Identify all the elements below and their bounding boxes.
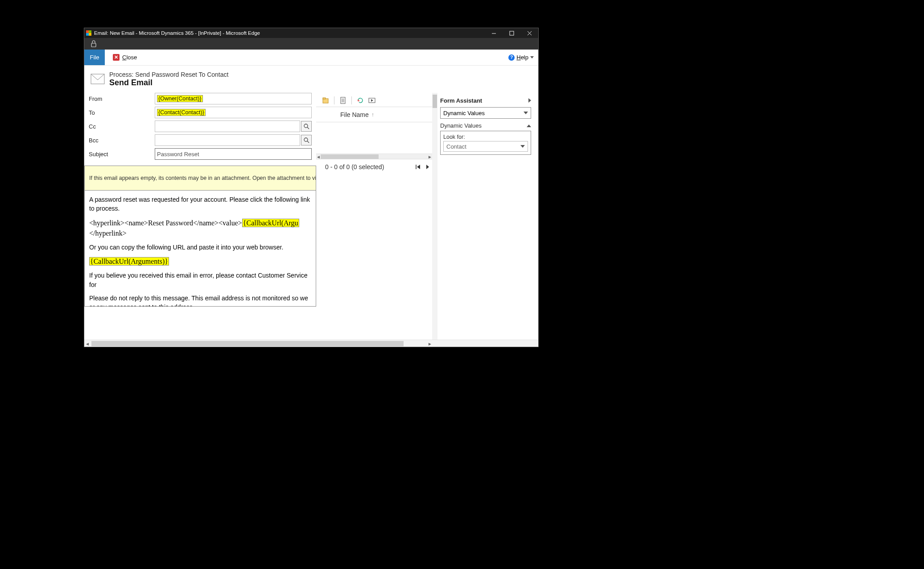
page-title: Send Email (109, 78, 228, 87)
close-window-button[interactable] (520, 28, 538, 38)
bcc-field[interactable] (155, 134, 300, 146)
maximize-button[interactable] (503, 28, 520, 38)
attachments-count-label: 0 - 0 of 0 (0 selected) (325, 163, 384, 170)
chevron-down-icon (524, 112, 528, 114)
scroll-left-icon: ◄ (84, 340, 91, 347)
close-form-button[interactable]: ✕ Close (113, 54, 137, 61)
help-menu-button[interactable]: ? Help (508, 50, 534, 65)
horizontal-scrollbar[interactable]: ◄ ► (84, 340, 538, 347)
section-title: Dynamic Values (440, 122, 482, 129)
cc-lookup-button[interactable] (301, 121, 312, 132)
minimize-button[interactable] (485, 28, 503, 38)
attachments-panel: File Name ↑ ◄ ► 0 - 0 of 0 (0 selected) (316, 94, 432, 340)
attachment-action-1-button[interactable] (337, 95, 349, 106)
to-label: To (89, 109, 155, 116)
body-paragraph: A password reset was requested for your … (89, 195, 311, 213)
help-icon: ? (508, 54, 515, 61)
attachments-toolbar (316, 94, 432, 107)
body-paragraph: If you believe you received this email i… (89, 271, 311, 289)
app-window: Email: New Email - Microsoft Dynamics 36… (84, 28, 539, 347)
sort-ascending-icon: ↑ (371, 112, 374, 118)
bcc-lookup-button[interactable] (301, 135, 312, 145)
body-hyperlink-line: <hyperlink><name>Reset Password</name><v… (89, 218, 311, 238)
body-paragraph: Or you can copy the following URL and pa… (89, 243, 311, 252)
attachments-list (316, 122, 432, 154)
window-title: Email: New Email - Microsoft Dynamics 36… (94, 30, 260, 36)
scroll-thumb[interactable] (91, 341, 404, 346)
dynamic-values-section-header[interactable]: Dynamic Values (440, 122, 531, 129)
subject-value: Password Reset (157, 151, 199, 158)
dynamics-logo-icon (86, 30, 91, 36)
attachment-play-button[interactable] (366, 95, 378, 106)
svg-rect-11 (323, 98, 326, 99)
to-token: {Contact(Contact)} (157, 109, 206, 116)
file-name-header-label: File Name (340, 111, 369, 118)
close-icon: ✕ (113, 54, 120, 61)
scroll-right-icon: ► (427, 340, 433, 347)
lookup-icon (303, 123, 309, 129)
form-assistant-header[interactable]: Form Assistant (440, 95, 531, 106)
email-body-editor[interactable]: A password reset was requested for your … (84, 191, 316, 307)
callback-url-token: {CallbackUrl(Arguments)} (89, 257, 169, 266)
body-url-line: {CallbackUrl(Arguments)} (89, 256, 311, 266)
subject-field[interactable]: Password Reset (155, 148, 312, 160)
titlebar: Email: New Email - Microsoft Dynamics 36… (84, 28, 538, 38)
scroll-thumb[interactable] (321, 154, 379, 159)
svg-line-7 (307, 127, 309, 129)
assistant-mode-select[interactable]: Dynamic Values (440, 107, 531, 119)
subject-label: Subject (89, 151, 155, 158)
svg-marker-19 (417, 165, 420, 169)
attachments-column-header[interactable]: File Name ↑ (316, 107, 432, 122)
look-for-value: Contact (446, 143, 466, 150)
look-for-label: Look for: (443, 134, 528, 140)
look-for-select[interactable]: Contact (443, 141, 528, 152)
form-assistant-panel: Form Assistant Dynamic Values Dynamic Va… (437, 93, 534, 340)
process-name: Process: Send Password Reset To Contact (109, 71, 228, 78)
vertical-scrollbar[interactable] (432, 93, 437, 340)
svg-line-9 (307, 141, 309, 143)
chevron-up-icon (527, 125, 531, 127)
first-page-button[interactable] (415, 159, 421, 174)
body-paragraph: Please do not reply to this message. Thi… (89, 294, 311, 307)
cc-label: Cc (89, 123, 155, 130)
chevron-down-icon (530, 56, 534, 58)
svg-marker-20 (426, 165, 429, 169)
assistant-mode-value: Dynamic Values (443, 110, 485, 116)
from-label: From (89, 96, 155, 102)
svg-point-6 (304, 124, 308, 128)
svg-marker-17 (371, 99, 373, 102)
attachments-horizontal-scrollbar[interactable]: ◄ ► (316, 154, 432, 159)
cc-field[interactable] (155, 120, 300, 132)
callback-url-token: {CallbackUrl(Argu (242, 219, 299, 227)
chevron-right-icon (528, 98, 531, 103)
security-bar (84, 38, 538, 50)
svg-rect-4 (91, 43, 96, 47)
lock-icon (91, 40, 97, 47)
email-icon (91, 74, 105, 84)
svg-point-8 (304, 138, 308, 141)
attachment-refresh-button[interactable] (355, 95, 366, 106)
next-page-button[interactable] (426, 159, 429, 174)
close-button-label: Close (122, 54, 137, 61)
attachment-notice: If this email appears empty, its content… (84, 166, 316, 191)
file-button-label: File (90, 54, 99, 61)
attachments-footer: 0 - 0 of 0 (0 selected) (316, 159, 432, 174)
from-token: {Owner(Contact)} (157, 95, 203, 102)
form-header: Process: Send Password Reset To Contact … (84, 66, 538, 93)
email-form: From {Owner(Contact)} To {Contact(Contac… (84, 93, 316, 340)
from-field[interactable]: {Owner(Contact)} (155, 93, 312, 104)
lookup-icon (303, 137, 309, 143)
help-button-label: Help (516, 54, 528, 61)
file-menu-button[interactable]: File (84, 50, 105, 65)
new-attachment-button[interactable] (320, 95, 331, 106)
to-field[interactable]: {Contact(Contact)} (155, 107, 312, 118)
form-assistant-title: Form Assistant (440, 97, 482, 104)
scroll-thumb[interactable] (433, 95, 437, 108)
command-bar: File ✕ Close ? Help (84, 50, 538, 66)
notice-text: If this email appears empty, its content… (89, 175, 316, 181)
chevron-down-icon (520, 145, 525, 148)
bcc-label: Bcc (89, 137, 155, 144)
svg-rect-1 (510, 31, 514, 35)
dynamic-values-box: Look for: Contact (440, 131, 531, 155)
